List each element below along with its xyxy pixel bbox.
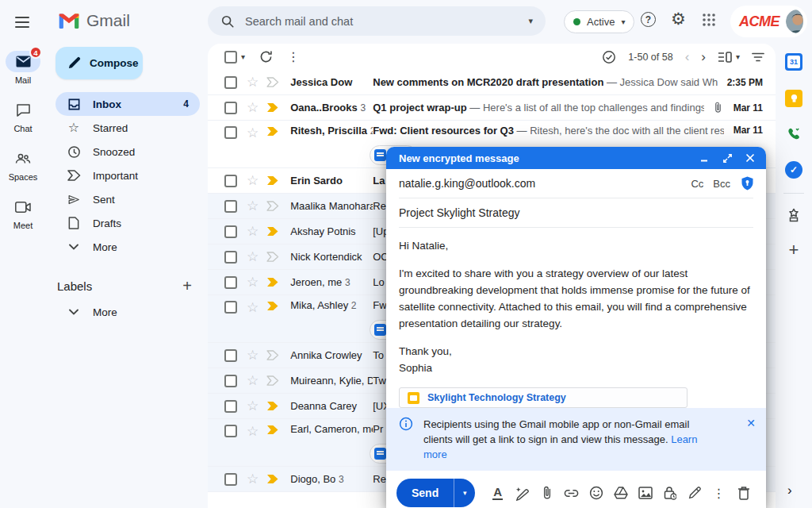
banner-close-icon[interactable]: ✕ — [746, 418, 756, 429]
minimize-icon[interactable] — [700, 153, 710, 163]
chat-status-selector[interactable]: Active ▾ — [564, 10, 634, 33]
main-menu-icon[interactable] — [13, 13, 32, 32]
row-checkbox[interactable] — [224, 102, 237, 114]
older-page-icon[interactable]: › — [701, 50, 706, 64]
compose-titlebar[interactable]: New encrypted message — [386, 147, 766, 169]
importance-marker-icon[interactable] — [266, 175, 279, 186]
recipients-row[interactable]: natalie.g.king@outlook.com Cc Bcc — [399, 169, 753, 198]
sidebar-item-starred[interactable]: ☆ Starred — [56, 116, 200, 140]
rail-item-meet[interactable]: Meet — [6, 196, 40, 230]
star-icon[interactable]: ☆ — [247, 374, 259, 387]
split-pane-toggle-icon[interactable]: ▾ — [718, 51, 740, 64]
help-icon[interactable]: ? — [641, 12, 656, 27]
confidential-mode-icon[interactable] — [657, 480, 682, 506]
sidebar-item-important[interactable]: Important — [56, 164, 200, 187]
star-icon[interactable]: ☆ — [247, 250, 259, 264]
cc-button[interactable]: Cc — [691, 178, 703, 190]
sidebar-item-snoozed[interactable]: Snoozed — [56, 140, 200, 164]
sidebar-item-more[interactable]: More — [56, 235, 200, 259]
importance-marker-icon[interactable] — [266, 77, 279, 87]
settings-gear-icon[interactable]: ⚙ — [671, 10, 686, 27]
sidebar-item-drafts[interactable]: Drafts — [56, 211, 200, 235]
star-icon[interactable]: ☆ — [247, 472, 259, 486]
attach-file-icon[interactable] — [534, 480, 559, 506]
star-icon[interactable]: ☆ — [247, 425, 259, 438]
more-options-icon[interactable]: ⋮ — [287, 49, 301, 64]
importance-marker-icon[interactable] — [266, 226, 279, 237]
importance-marker-icon[interactable] — [266, 126, 279, 137]
row-checkbox[interactable] — [224, 425, 237, 437]
keep-icon[interactable] — [785, 90, 802, 107]
side-panel-collapse-icon[interactable]: › — [787, 483, 792, 498]
importance-marker-icon[interactable] — [266, 401, 279, 411]
importance-marker-icon[interactable] — [266, 350, 279, 360]
star-icon[interactable]: ☆ — [247, 301, 259, 314]
row-checkbox[interactable] — [224, 276, 237, 289]
addons-icon[interactable] — [787, 208, 801, 222]
row-checkbox[interactable] — [224, 349, 237, 362]
calendar-icon[interactable]: 31 — [785, 53, 802, 71]
importance-marker-icon[interactable] — [266, 277, 279, 287]
newer-page-icon[interactable]: ‹ — [685, 50, 690, 64]
labels-more[interactable]: More — [56, 300, 200, 324]
drive-icon[interactable] — [608, 480, 633, 506]
row-checkbox[interactable] — [224, 175, 237, 187]
close-icon[interactable] — [745, 153, 755, 163]
star-icon[interactable]: ☆ — [247, 75, 259, 89]
rail-item-mail[interactable]: 4 Mail — [6, 51, 40, 85]
importance-marker-icon[interactable] — [266, 301, 279, 311]
row-checkbox[interactable] — [224, 251, 237, 264]
filter-icon[interactable] — [752, 52, 764, 62]
row-checkbox[interactable] — [224, 200, 237, 213]
insert-link-icon[interactable] — [559, 480, 584, 506]
rail-item-spaces[interactable]: Spaces — [6, 148, 40, 182]
subject-row[interactable]: Project Skylight Strategy — [399, 198, 753, 228]
row-checkbox[interactable] — [224, 76, 237, 89]
refresh-icon[interactable] — [259, 50, 273, 64]
send-options-caret-icon[interactable]: ▾ — [454, 479, 475, 507]
select-all-checkbox[interactable] — [224, 51, 237, 64]
row-checkbox[interactable] — [224, 126, 237, 139]
row-checkbox[interactable] — [224, 375, 237, 387]
star-icon[interactable]: ☆ — [247, 126, 259, 140]
subject-field[interactable]: Project Skylight Strategy — [399, 206, 520, 219]
attachment-chip[interactable]: Skylight Technology Strategy — [399, 387, 688, 408]
avatar[interactable] — [786, 10, 803, 33]
sidebar-item-sent[interactable]: Sent — [56, 187, 200, 211]
mark-done-icon[interactable] — [602, 50, 616, 64]
row-checkbox[interactable] — [224, 225, 237, 238]
star-icon[interactable]: ☆ — [247, 199, 259, 213]
search-bar[interactable]: Search mail and chat ▾ — [208, 6, 546, 36]
help-me-write-icon[interactable] — [510, 480, 534, 506]
insert-image-icon[interactable] — [633, 480, 657, 506]
add-label-icon[interactable]: + — [182, 278, 192, 294]
bcc-button[interactable]: Bcc — [713, 178, 730, 190]
search-icon[interactable] — [220, 14, 235, 29]
star-icon[interactable]: ☆ — [247, 348, 259, 362]
google-apps-grid-icon[interactable] — [702, 13, 716, 27]
message-body[interactable]: Hi Natalie, I'm excited to share with yo… — [386, 228, 766, 376]
formatting-options-icon[interactable]: A — [485, 480, 510, 506]
sidebar-item-inbox[interactable]: Inbox 4 — [56, 92, 200, 116]
row-checkbox[interactable] — [224, 473, 237, 486]
email-row[interactable]: ☆Oana..Brooks 3Q1 project wrap-up — Here… — [208, 95, 776, 121]
recipient-email[interactable]: natalie.g.king@outlook.com — [399, 177, 681, 190]
more-send-options-icon[interactable]: ⋮ — [707, 480, 731, 506]
email-row[interactable]: ☆Jessica DowNew comments on MCR2020 draf… — [208, 70, 776, 95]
popout-icon[interactable] — [722, 153, 733, 164]
tasks-icon[interactable]: ✓ — [785, 161, 802, 179]
star-icon[interactable]: ☆ — [247, 101, 259, 114]
star-icon[interactable]: ☆ — [247, 275, 259, 289]
get-addons-plus-icon[interactable]: + — [789, 241, 799, 259]
row-checkbox[interactable] — [224, 301, 237, 314]
importance-marker-icon[interactable] — [266, 375, 279, 386]
row-checkbox[interactable] — [224, 400, 237, 413]
importance-marker-icon[interactable] — [266, 474, 279, 484]
importance-marker-icon[interactable] — [266, 425, 279, 435]
importance-marker-icon[interactable] — [266, 201, 279, 211]
star-icon[interactable]: ☆ — [247, 174, 259, 187]
encryption-shield-icon[interactable] — [741, 176, 753, 190]
search-options-caret-icon[interactable]: ▾ — [528, 16, 533, 26]
rail-item-chat[interactable]: Chat — [6, 99, 40, 133]
send-button[interactable]: Send — [396, 479, 454, 507]
